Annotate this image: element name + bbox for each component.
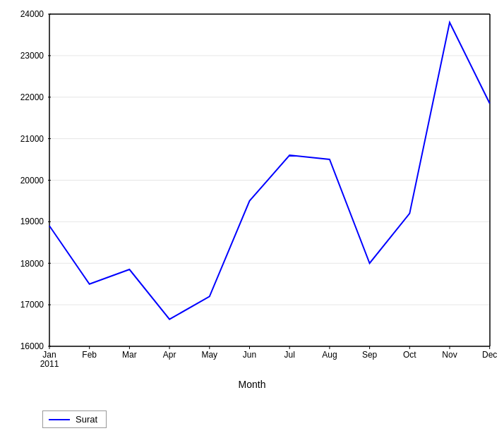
svg-text:24000: 24000 bbox=[20, 9, 44, 19]
surat-line bbox=[49, 23, 490, 320]
svg-text:Jun: Jun bbox=[243, 350, 256, 360]
x-axis-label: Month bbox=[0, 379, 504, 390]
svg-text:Apr: Apr bbox=[163, 350, 176, 360]
chart-container: 24000 23000 22000 21000 20000 19000 bbox=[0, 0, 504, 438]
svg-text:23000: 23000 bbox=[20, 51, 44, 61]
svg-text:18000: 18000 bbox=[20, 259, 44, 269]
x-axis: Jan 2011 Feb Mar Apr May Jun Jul Aug Sep… bbox=[40, 350, 498, 369]
svg-text:Jan: Jan bbox=[42, 350, 56, 360]
svg-text:Aug: Aug bbox=[322, 350, 337, 360]
svg-text:21000: 21000 bbox=[20, 134, 44, 144]
svg-text:Sep: Sep bbox=[362, 350, 378, 360]
svg-text:20000: 20000 bbox=[20, 176, 44, 185]
line-chart: 24000 23000 22000 21000 20000 19000 bbox=[0, 0, 504, 438]
svg-text:2011: 2011 bbox=[40, 359, 59, 369]
svg-text:Jul: Jul bbox=[284, 350, 295, 360]
legend: Surat bbox=[42, 410, 107, 428]
y-axis: 24000 23000 22000 21000 20000 19000 bbox=[20, 9, 490, 351]
svg-text:Mar: Mar bbox=[122, 350, 137, 360]
legend-label-surat: Surat bbox=[76, 414, 97, 425]
svg-text:17000: 17000 bbox=[20, 300, 44, 310]
svg-text:Nov: Nov bbox=[442, 350, 457, 360]
legend-line-surat bbox=[49, 419, 70, 420]
svg-text:19000: 19000 bbox=[20, 217, 44, 226]
svg-text:22000: 22000 bbox=[20, 92, 44, 102]
svg-text:Feb: Feb bbox=[82, 350, 97, 360]
svg-text:Oct: Oct bbox=[403, 350, 416, 360]
svg-text:Dec: Dec bbox=[482, 350, 497, 360]
svg-text:May: May bbox=[201, 350, 217, 360]
svg-text:16000: 16000 bbox=[20, 341, 44, 351]
